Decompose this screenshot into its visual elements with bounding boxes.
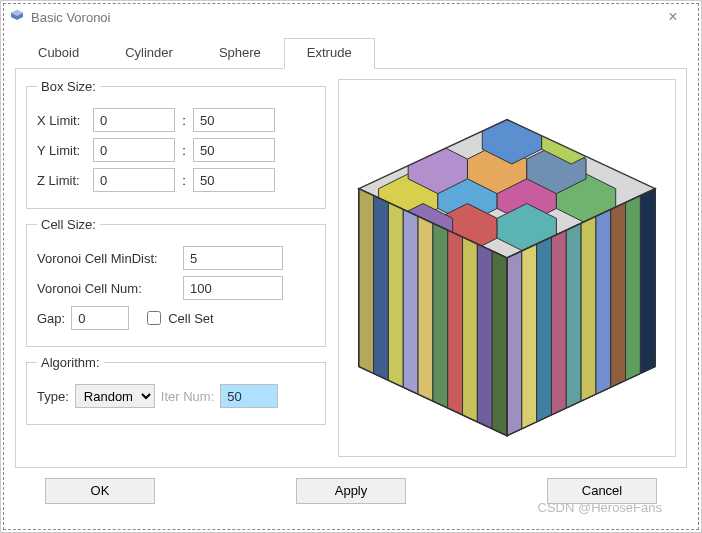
svg-marker-33 <box>596 209 611 394</box>
gap-input[interactable] <box>71 306 129 330</box>
svg-marker-17 <box>374 196 389 381</box>
cellset-checkbox[interactable] <box>147 311 161 325</box>
svg-marker-29 <box>537 237 552 422</box>
cellnum-input[interactable] <box>183 276 283 300</box>
z-max-input[interactable] <box>193 168 275 192</box>
x-max-input[interactable] <box>193 108 275 132</box>
tab-bar: Cuboid Cylinder Sphere Extrude <box>15 37 687 69</box>
x-min-input[interactable] <box>93 108 175 132</box>
y-sep: : <box>181 143 187 158</box>
svg-marker-22 <box>448 230 463 415</box>
svg-marker-24 <box>477 244 492 429</box>
algorithm-group: Algorithm: Type: Random Iter Num: <box>26 355 326 425</box>
svg-marker-20 <box>418 216 433 401</box>
tab-cuboid[interactable]: Cuboid <box>15 38 102 69</box>
gap-label: Gap: <box>37 311 65 326</box>
svg-marker-19 <box>403 209 418 394</box>
tab-sphere[interactable]: Sphere <box>196 38 284 69</box>
voronoi-preview-icon <box>339 80 675 456</box>
svg-marker-28 <box>522 244 537 429</box>
iter-input <box>220 384 278 408</box>
mindist-label: Voronoi Cell MinDist: <box>37 251 177 266</box>
box-size-group: Box Size: X Limit: : Y Limit: : Z Limit: <box>26 79 326 209</box>
cancel-button[interactable]: Cancel <box>547 478 657 504</box>
x-sep: : <box>181 113 187 128</box>
close-icon[interactable]: × <box>653 8 693 26</box>
type-select[interactable]: Random <box>75 384 155 408</box>
tab-cylinder[interactable]: Cylinder <box>102 38 196 69</box>
z-sep: : <box>181 173 187 188</box>
app-icon <box>9 9 25 25</box>
y-min-input[interactable] <box>93 138 175 162</box>
svg-marker-34 <box>611 203 626 388</box>
svg-marker-30 <box>551 230 566 415</box>
box-size-legend: Box Size: <box>37 79 100 94</box>
type-label: Type: <box>37 389 69 404</box>
z-limit-label: Z Limit: <box>37 173 87 188</box>
ok-button[interactable]: OK <box>45 478 155 504</box>
svg-marker-27 <box>507 251 522 436</box>
x-limit-label: X Limit: <box>37 113 87 128</box>
y-limit-label: Y Limit: <box>37 143 87 158</box>
window-title: Basic Voronoi <box>31 10 653 25</box>
y-max-input[interactable] <box>193 138 275 162</box>
cellnum-label: Voronoi Cell Num: <box>37 281 177 296</box>
apply-button[interactable]: Apply <box>296 478 406 504</box>
mindist-input[interactable] <box>183 246 283 270</box>
svg-marker-16 <box>359 189 374 374</box>
algorithm-legend: Algorithm: <box>37 355 104 370</box>
iter-label: Iter Num: <box>161 389 214 404</box>
svg-marker-18 <box>388 203 403 388</box>
svg-marker-36 <box>640 189 655 374</box>
svg-marker-23 <box>463 237 478 422</box>
svg-marker-31 <box>566 223 581 408</box>
svg-marker-35 <box>626 196 641 381</box>
cell-size-legend: Cell Size: <box>37 217 100 232</box>
tab-extrude[interactable]: Extrude <box>284 38 375 69</box>
svg-marker-25 <box>492 251 507 436</box>
svg-marker-32 <box>581 216 596 401</box>
cellset-label: Cell Set <box>168 311 214 326</box>
svg-marker-21 <box>433 223 448 408</box>
preview-pane <box>338 79 676 457</box>
cell-size-group: Cell Size: Voronoi Cell MinDist: Voronoi… <box>26 217 326 347</box>
z-min-input[interactable] <box>93 168 175 192</box>
